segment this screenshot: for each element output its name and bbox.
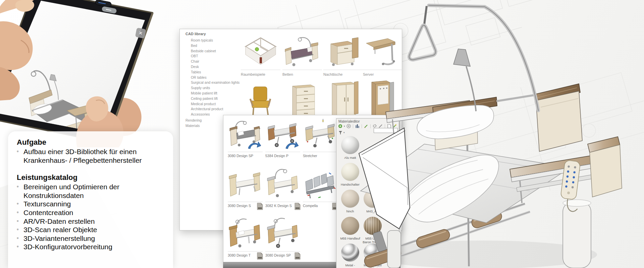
edit-pencil-icon[interactable] <box>364 124 368 128</box>
close-icon[interactable]: ✕ <box>394 119 397 123</box>
material-sphere <box>341 217 359 235</box>
bullet-icon: ▫ <box>17 234 23 243</box>
thumb-label: Server <box>363 70 402 76</box>
caret-down-icon[interactable]: ▾ <box>343 131 345 134</box>
pin-icon[interactable] <box>388 119 391 123</box>
bed-item[interactable]: Compella <box>303 168 338 208</box>
material-label: Alu matt <box>339 154 361 159</box>
cad-tree-item[interactable]: Chair <box>191 59 239 64</box>
catalog-thumbnail-chair[interactable] <box>241 82 280 120</box>
material-sphere <box>364 190 382 208</box>
task-item: ▫ Aufbau einer 3D-Bibliothek für einen K… <box>17 147 164 164</box>
catalog-thumbnail-beds[interactable]: Betten <box>282 34 322 76</box>
material-search-input[interactable] <box>374 128 398 133</box>
bed-item-label: 5384 Design P <box>265 152 300 158</box>
drawer-cabinet-thumb <box>282 82 322 120</box>
catalog-heading: Leistungskatalog <box>17 173 164 182</box>
cad-tree-item[interactable]: OR tables <box>191 75 239 80</box>
bed-3080s-thumb <box>228 168 263 201</box>
bullet-icon: ▫ <box>17 225 23 234</box>
wardrobe-thumb <box>323 80 363 120</box>
bed-item[interactable]: 3080 Design T <box>228 217 263 257</box>
bed-item[interactable]: Stretcher <box>303 118 338 158</box>
room-typical-thumb <box>241 34 280 69</box>
footboard-post <box>563 137 622 268</box>
cad-tree: Room typicals Bed Bedside cabinet OBT Ch… <box>191 38 239 117</box>
sort-columns-icon[interactable] <box>355 124 360 128</box>
thumb-label: Betten <box>282 70 322 76</box>
bed-item-label: Stretcher <box>303 152 338 158</box>
bed-item-label: Compella <box>303 202 338 208</box>
catalog-item: ▫3D-Variantenerstellung <box>17 234 164 243</box>
cad-tree-item[interactable]: Tables <box>191 70 239 75</box>
material-label: M55 Handlauf <box>339 235 361 240</box>
trapeze-pole <box>409 5 538 111</box>
material-swatch[interactable]: M55 Handlauf <box>339 217 361 240</box>
filter-row: ▾ <box>338 131 345 135</box>
catalog-thumbnail-cabinets[interactable]: Nachttische <box>323 34 363 76</box>
cad-tree-item[interactable]: Supply units <box>191 85 239 91</box>
bed-item[interactable]: 3080 Design SP <box>265 217 300 257</box>
caret-down-icon[interactable]: ▾ <box>344 125 345 128</box>
material-sphere <box>341 244 359 262</box>
cad-tree-rendering[interactable]: Rendering <box>185 118 202 122</box>
material-swatch[interactable]: hinch <box>339 190 361 213</box>
remove-material-icon[interactable] <box>346 124 351 128</box>
project-info-panel: Aufgabe ▫ Aufbau einer 3D-Bibliothek für… <box>8 131 173 268</box>
bed-item-label: 3080 Design T <box>228 252 263 257</box>
bed-item[interactable]: 5384 Design P <box>265 118 300 158</box>
headboard <box>433 84 582 151</box>
cad-tree-item[interactable]: Desk <box>191 64 239 70</box>
material-swatch[interactable]: Alu matt <box>339 136 361 159</box>
bullet-icon: ▫ <box>17 200 23 208</box>
bed-item[interactable]: 3082 K Design S <box>265 168 300 208</box>
material-swatch[interactable]: M43_Alu <box>362 190 384 213</box>
cad-tree-item[interactable]: Bedside cabinet <box>191 49 239 54</box>
catalog-item: ▫3D-Konfiguratorvorbereitung <box>17 243 164 251</box>
divider <box>370 124 371 128</box>
cad-tree-item[interactable]: Ceiling patient lift <box>191 96 239 102</box>
material-label: Metal - <box>339 262 361 267</box>
filter-funnel-icon[interactable] <box>338 131 342 135</box>
cad-tree-item[interactable]: Mobile patient lift <box>191 91 239 96</box>
catalog-thumbnail-rooms[interactable]: Raumbeispiele <box>241 34 280 76</box>
cad-tree-item[interactable]: Architectural product <box>191 107 239 112</box>
material-sphere <box>364 244 382 262</box>
material-swatch[interactable]: Handschalter <box>339 163 361 186</box>
add-material-icon[interactable] <box>338 124 342 128</box>
catalog-item: ▫AR/VR-Daten erstellen <box>17 217 164 226</box>
bed-item[interactable]: 3080 Design S <box>228 168 263 208</box>
catalog-thumbnail-servers[interactable]: Server <box>363 34 402 76</box>
material-sphere <box>341 136 359 154</box>
swap-arrow-icon <box>247 141 261 150</box>
material-label: hinch <box>339 208 361 213</box>
cad-tree-item[interactable]: Room typicals <box>191 38 239 43</box>
bed-item-label: 3082 K Design S <box>265 202 300 208</box>
material-swatch[interactable]: Metal - Stahl rostfrei <box>362 244 384 268</box>
cad-tree-item[interactable]: Medical product <box>191 102 239 107</box>
cad-tree-item[interactable]: Bed <box>191 43 239 49</box>
bed-3080sp2-thumb <box>265 217 300 251</box>
cad-tree-item[interactable]: Surgical and examination lights <box>191 80 239 85</box>
material-sphere <box>341 163 359 181</box>
front-side-rail <box>510 151 619 203</box>
catalog-thumbnail-wardrobe-open[interactable] <box>364 79 404 120</box>
catalog-thumbnail-drawers[interactable] <box>282 82 322 120</box>
folded-blanket <box>402 155 499 222</box>
material-swatch[interactable]: Metal - <box>339 244 361 267</box>
ar-close-button[interactable]: ✕ <box>135 27 146 39</box>
swap-arrow-icon <box>285 141 299 150</box>
catalog-thumbnail-wardrobe[interactable] <box>323 80 363 120</box>
bed-item-label: 3080 Design SP <box>265 252 300 257</box>
catalog-item: ▫3D-Scan realer Objekte <box>17 225 164 234</box>
material-label: Handschalter <box>339 181 361 186</box>
catalog-item: ▫Contentcreation <box>17 208 164 217</box>
bed-item[interactable]: 3080 Design SP <box>228 118 263 158</box>
cad-tree-root[interactable]: CAD library <box>185 32 206 36</box>
stretcher-thumb <box>303 118 338 151</box>
bullet-icon: ▫ <box>17 183 23 200</box>
cad-tree-materials[interactable]: Materials <box>185 124 200 128</box>
cad-tree-item[interactable]: OBT <box>191 54 239 59</box>
bed-item-label: 3080 Design SP <box>228 152 263 158</box>
open-wardrobe-thumb <box>364 79 398 120</box>
